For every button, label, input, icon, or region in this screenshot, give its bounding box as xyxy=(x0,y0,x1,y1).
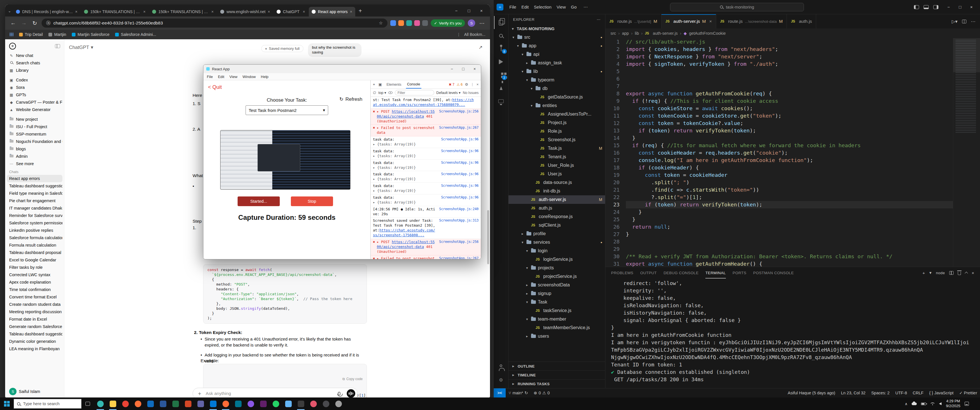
taskbar-app-whatsapp[interactable] xyxy=(269,397,282,410)
tab-close-icon[interactable]: × xyxy=(710,19,712,24)
tree-file-Screenshot.js[interactable]: JSScreenshot.js xyxy=(509,135,605,144)
menu-help[interactable]: Help xyxy=(261,75,269,79)
editor-more-icon[interactable]: ⋯ xyxy=(971,19,975,24)
toggle-sidebar-icon[interactable] xyxy=(914,5,919,9)
taskbar-app-teams[interactable] xyxy=(194,397,207,410)
explorer-icon[interactable] xyxy=(494,16,508,29)
sidebar-project-2[interactable]: ISU - Full Project xyxy=(7,123,62,130)
minimap[interactable] xyxy=(953,38,980,267)
encoding[interactable]: UTF-8 xyxy=(892,391,910,395)
sidebar-project-6[interactable]: Admin xyxy=(7,153,62,160)
source-location[interactable]: ScreenshotApp.js:313 xyxy=(438,218,479,223)
stop-button[interactable]: Stop xyxy=(291,197,333,206)
breadcrumb-item[interactable]: auth-server.js xyxy=(653,31,678,36)
sidebar-app-1[interactable]: ▣Codex xyxy=(7,76,62,84)
volume-icon[interactable] xyxy=(939,402,942,405)
chat-history-item[interactable]: Tableau dashboard suggestions xyxy=(7,182,62,190)
react-close-button[interactable]: × xyxy=(469,65,480,73)
sidebar-collapse-icon[interactable] xyxy=(55,44,60,48)
menu-view[interactable]: View xyxy=(229,75,237,79)
sidebar-item-new-chat[interactable]: ✎New chat xyxy=(7,52,62,59)
attach-plus-icon[interactable]: ＋ xyxy=(197,390,202,397)
tab-close-icon[interactable]: × xyxy=(143,10,146,14)
browser-maximize-button[interactable]: □ xyxy=(463,6,475,15)
tree-folder-team-member[interactable]: ▾team-member xyxy=(509,315,605,323)
tree-file-taskService.js[interactable]: JStaskService.js xyxy=(509,307,605,315)
taskbar-app-edge[interactable] xyxy=(94,397,107,410)
source-location[interactable]: ScreenshotApp.js:267 xyxy=(438,126,479,130)
panel-tab-postman-console[interactable]: POSTMAN CONSOLE xyxy=(753,267,794,278)
section-running-tasks[interactable]: ▸RUNNING TASKS xyxy=(509,379,605,388)
extension-icon-5[interactable] xyxy=(422,20,428,26)
chat-history-item[interactable]: Convert time format Excel xyxy=(7,293,62,301)
menu-go[interactable]: Go xyxy=(568,5,579,10)
chat-history-item[interactable]: Meeting reporting discussion xyxy=(7,308,62,315)
chat-history-item[interactable]: LEA meaning in Flamboyan xyxy=(7,345,62,353)
tree-file-auth-server.js[interactable]: JSauth-server.jsM xyxy=(509,195,605,204)
taskbar-search[interactable]: Type here to search xyxy=(14,399,81,408)
task-view-button[interactable] xyxy=(81,397,94,410)
sidebar-app-2[interactable]: ◉Sora xyxy=(7,84,62,91)
sidebar-app-4[interactable]: ◆CanvaGPT — Poster & Flyer... xyxy=(7,99,62,106)
tree-file-loginService.js[interactable]: JSloginService.js xyxy=(509,255,605,264)
model-switcher[interactable]: ChatGPT▾ xyxy=(69,44,93,51)
devtools-settings-icon[interactable]: ⚙ xyxy=(465,82,468,87)
microphone-icon[interactable] xyxy=(338,392,340,396)
taskbar-app-github-desktop[interactable] xyxy=(245,397,257,410)
source-location[interactable]: ScreenshotApp.js:256 xyxy=(438,240,479,244)
chat-history-item[interactable]: Excel to Google Calendar xyxy=(7,256,62,264)
chat-history-item[interactable]: Apex code explanation xyxy=(7,278,62,286)
remote-indicator[interactable]: >< xyxy=(494,388,506,397)
kill-terminal-icon[interactable] xyxy=(958,272,961,275)
remote-explorer-icon[interactable] xyxy=(494,95,508,108)
sidebar-project-1[interactable]: New project xyxy=(7,116,62,123)
taskbar-app-chrome[interactable] xyxy=(119,397,132,410)
run-debug-icon[interactable] xyxy=(494,55,508,68)
vscode-minimize-button[interactable]: − xyxy=(943,5,955,10)
tree-folder-app[interactable]: ▾app• xyxy=(509,41,605,50)
taskbar-app-excel[interactable] xyxy=(169,397,182,410)
extension-icon-1[interactable] xyxy=(390,20,396,26)
tree-file-data-source.js[interactable]: JSdata-source.js xyxy=(509,178,605,187)
browser-tab[interactable]: 150k+ TRANSLATIONS | Engli...× xyxy=(149,7,216,16)
eol-indicator[interactable]: CRLF xyxy=(910,391,926,395)
browser-close-button[interactable]: × xyxy=(475,6,488,15)
tree-file-auth.js[interactable]: JSauth.js xyxy=(509,204,605,212)
chat-scrollbar[interactable] xyxy=(487,210,489,264)
menu-more[interactable]: ⋯ xyxy=(581,5,590,10)
issues-label[interactable]: No Issues xyxy=(463,91,479,95)
taskbar-app-settings[interactable] xyxy=(332,397,345,410)
back-button[interactable]: ← xyxy=(9,20,17,26)
panel-tab-terminal[interactable]: TERMINAL xyxy=(705,267,725,278)
tree-file-coreResponse.js[interactable]: JScoreResponse.js xyxy=(509,212,605,221)
verify-profile-button[interactable]: ✓ Verify it's you xyxy=(431,19,465,27)
toggle-secondary-sidebar-icon[interactable] xyxy=(933,5,939,9)
devtools-close-icon[interactable]: × xyxy=(476,82,479,87)
tree-file-Role.js[interactable]: JSRole.js xyxy=(509,127,605,135)
extension-icon-2[interactable] xyxy=(398,20,404,26)
chat-history-item[interactable]: React app errors xyxy=(7,175,62,182)
inspect-icon[interactable]: ⌖ xyxy=(373,82,375,87)
quit-link[interactable]: < Quit xyxy=(208,84,222,90)
breadcrumb[interactable]: src›app›lib›JSauth-server.js›◆getAuthFro… xyxy=(605,29,980,38)
devtools-menu-icon[interactable]: ⋮ xyxy=(470,82,474,87)
copy-icon[interactable]: ⧉ xyxy=(342,377,345,381)
split-terminal-icon[interactable] xyxy=(949,271,953,275)
tree-folder-db[interactable]: ▾db xyxy=(509,84,605,93)
extensions-icon[interactable]: 2 xyxy=(494,68,508,81)
terminal-output[interactable]: redirect: 'follow', integrity: '', keepa… xyxy=(605,278,980,388)
panel-tab-output[interactable]: OUTPUT xyxy=(640,267,657,278)
editor-tab-route.js[interactable]: JSroute.js...\screenshot-dataM xyxy=(716,14,787,29)
favorite-star-icon[interactable]: ☆ xyxy=(379,21,383,25)
tree-file-projectService.js[interactable]: JSprojectService.js xyxy=(509,272,605,281)
tree-folder-login[interactable]: ▾login xyxy=(509,246,605,255)
chat-history-item[interactable]: Salesforce system permissions... xyxy=(7,219,62,227)
tree-file-User.js[interactable]: JSUser.js xyxy=(509,170,605,178)
all-bookmarks-folder[interactable]: All Bookm... xyxy=(464,32,485,37)
sidebar-project-4[interactable]: Noguchi Foundation and G... xyxy=(7,138,62,145)
object-preview[interactable]: ▸ {tasks: Array(19)} xyxy=(373,189,438,193)
chat-history-item[interactable]: Tableau dashboard proposal xyxy=(7,249,62,256)
menu-file[interactable]: File xyxy=(207,75,213,79)
tree-folder-Task[interactable]: ▾Task xyxy=(509,298,605,307)
refresh-button[interactable]: ↻Refresh xyxy=(339,96,363,102)
